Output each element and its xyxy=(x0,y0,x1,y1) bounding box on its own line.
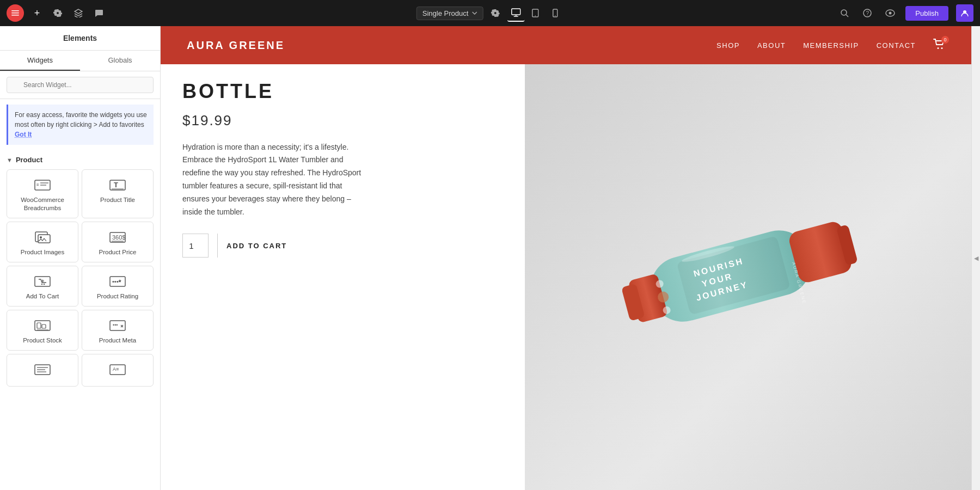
top-bar-center: Single Product xyxy=(416,4,564,22)
search-box xyxy=(0,71,160,99)
collapse-handle[interactable]: ◀ xyxy=(971,26,980,490)
svg-point-34 xyxy=(44,284,45,285)
add-element-button[interactable]: + xyxy=(29,5,45,21)
breadcrumbs-icon: ≡ xyxy=(34,177,51,193)
site-logo: AURA GREENE xyxy=(187,39,285,52)
product-rating-icon: ••• xyxy=(109,274,126,289)
tablet-view-button[interactable] xyxy=(526,4,544,22)
nav-membership[interactable]: MEMBERSHIP xyxy=(803,41,859,50)
widget-label: Product Price xyxy=(99,248,136,256)
add-to-cart-button[interactable]: ADD TO CART xyxy=(226,234,287,258)
nav-contact[interactable]: CONTACT xyxy=(877,41,916,50)
widget-product-stock[interactable]: Product Stock xyxy=(7,310,78,351)
svg-text:•••: ••• xyxy=(113,322,118,328)
extra-1-icon xyxy=(34,362,51,377)
product-title-icon: T xyxy=(109,177,126,193)
widget-extra-2[interactable]: A≡ xyxy=(82,354,154,387)
canvas-inner: AURA GREENE SHOP ABOUT MEMBERSHIP CONTAC… xyxy=(161,26,980,490)
sidebar-title: Elements xyxy=(0,26,160,51)
svg-point-9 xyxy=(554,15,555,16)
product-section-header[interactable]: ▼ Product xyxy=(0,150,160,167)
product-images-icon xyxy=(34,230,51,245)
nav-about[interactable]: ABOUT xyxy=(757,41,786,50)
widget-label: Product Stock xyxy=(23,336,62,345)
product-price: $19.99 xyxy=(182,112,503,129)
top-bar: + Single Product xyxy=(0,0,980,26)
layers-button[interactable] xyxy=(71,5,86,21)
product-price-icon: 360$ xyxy=(109,230,126,245)
extra-2-icon: A≡ xyxy=(109,362,126,377)
svg-text:A≡: A≡ xyxy=(113,366,119,372)
svg-point-15 xyxy=(889,12,892,15)
product-preview: AURA GREENE SHOP ABOUT MEMBERSHIP CONTAC… xyxy=(161,26,971,490)
svg-text:T: T xyxy=(114,181,118,189)
section-label: Product xyxy=(16,156,42,164)
tab-widgets[interactable]: Widgets xyxy=(0,51,80,71)
template-settings-button[interactable] xyxy=(487,5,503,21)
tab-globals[interactable]: Globals xyxy=(80,51,160,71)
widget-add-to-cart[interactable]: Add To Cart xyxy=(7,266,78,307)
svg-text:•••: ••• xyxy=(112,278,119,285)
device-selector xyxy=(507,4,564,22)
top-bar-right: ? Publish xyxy=(837,4,973,22)
product-meta-icon: ••• xyxy=(109,318,126,333)
cart-icon[interactable]: 0 xyxy=(933,39,945,52)
add-to-cart-row: ADD TO CART xyxy=(182,234,503,258)
template-label: Single Product xyxy=(422,9,469,17)
widget-label: Product Title xyxy=(100,196,135,204)
svg-rect-38 xyxy=(37,323,41,328)
svg-rect-39 xyxy=(42,324,46,328)
widgets-grid: ≡ WooCommerce Breadcrumbs T Product Tit xyxy=(0,167,160,392)
product-stock-icon xyxy=(34,318,51,333)
svg-rect-1 xyxy=(11,13,19,14)
svg-point-49 xyxy=(938,47,939,49)
widget-label: Product Rating xyxy=(97,292,138,301)
svg-text:?: ? xyxy=(866,10,869,16)
widget-label: Product Images xyxy=(21,248,65,256)
comments-button[interactable] xyxy=(91,5,107,21)
widget-product-rating[interactable]: ••• Product Rating xyxy=(82,266,154,307)
search-button[interactable] xyxy=(837,5,852,21)
svg-point-33 xyxy=(41,284,42,285)
widget-product-title[interactable]: T Product Title xyxy=(82,169,154,218)
widget-extra-1[interactable] xyxy=(7,354,78,387)
template-selector[interactable]: Single Product xyxy=(416,7,483,20)
search-input[interactable] xyxy=(7,77,154,93)
mobile-view-button[interactable] xyxy=(546,4,564,22)
desktop-view-button[interactable] xyxy=(507,4,524,22)
product-image: NOURISH YOUR JOURNEY xyxy=(525,64,971,490)
svg-line-11 xyxy=(846,15,848,17)
svg-point-10 xyxy=(841,10,847,15)
widget-product-meta[interactable]: ••• Product Meta xyxy=(82,310,154,351)
widget-woocommerce-breadcrumbs[interactable]: ≡ WooCommerce Breadcrumbs xyxy=(7,169,78,218)
product-left: BOTTLE $19.99 Hydration is more than a n… xyxy=(161,64,525,490)
svg-text:360$: 360$ xyxy=(112,234,125,241)
canvas-area: AURA GREENE SHOP ABOUT MEMBERSHIP CONTAC… xyxy=(161,26,980,490)
help-button[interactable]: ? xyxy=(860,5,875,21)
widget-product-price[interactable]: 360$ Product Price xyxy=(82,222,154,262)
nav-shop[interactable]: SHOP xyxy=(716,41,740,50)
product-title: BOTTLE xyxy=(182,81,503,102)
site-nav: SHOP ABOUT MEMBERSHIP CONTACT 0 xyxy=(716,39,945,52)
svg-rect-3 xyxy=(511,9,520,15)
product-title-line1: BOTTLE xyxy=(182,80,274,102)
site-header: AURA GREENE SHOP ABOUT MEMBERSHIP CONTAC… xyxy=(161,26,971,64)
collapse-icon: ◀ xyxy=(974,255,978,262)
preview-button[interactable] xyxy=(883,5,898,21)
publish-button[interactable]: Publish xyxy=(905,6,948,21)
svg-point-50 xyxy=(941,47,943,49)
widget-label: Product Meta xyxy=(99,336,136,345)
svg-point-28 xyxy=(40,236,42,238)
cart-badge: 0 xyxy=(941,36,949,44)
widget-product-images[interactable]: Product Images xyxy=(7,222,78,262)
hamburger-button[interactable] xyxy=(7,4,24,22)
settings-panel-button[interactable] xyxy=(50,5,65,21)
hint-link[interactable]: Got It xyxy=(15,131,32,138)
quantity-input[interactable] xyxy=(182,234,209,258)
sidebar-tabs: Widgets Globals xyxy=(0,51,160,71)
chevron-icon: ▼ xyxy=(7,157,13,163)
svg-text:≡: ≡ xyxy=(36,182,39,187)
user-avatar[interactable] xyxy=(956,4,973,22)
sidebar: Elements Widgets Globals For easy access… xyxy=(0,26,161,490)
main-layout: Elements Widgets Globals For easy access… xyxy=(0,26,980,490)
